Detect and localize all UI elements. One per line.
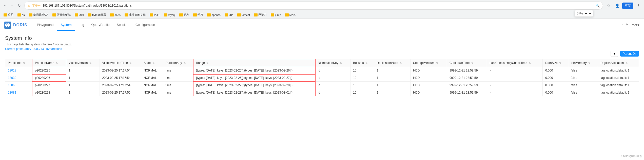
bookmark-label: 学习 — [198, 13, 203, 17]
nav-log[interactable]: Log — [75, 19, 88, 31]
bookmark-xuexi[interactable]: 学习 — [192, 12, 205, 17]
cell-replicaAllocation: tag.location.default: 1 — [598, 67, 639, 74]
col-header-state[interactable]: State ⇅ — [141, 59, 163, 67]
bookmark-doris[interactable]: doris — [109, 13, 122, 17]
cell-isInMemory: false — [568, 89, 598, 96]
col-header-buckets[interactable]: Buckets ⇅ — [350, 59, 374, 67]
col-header-isinmemory[interactable]: IsInMemory ⇅ — [568, 59, 598, 67]
refresh-button[interactable]: ↻ — [16, 3, 22, 9]
bookmark-icon[interactable]: ☆ — [605, 2, 612, 9]
cell-lastConsistencyCheckTime: - — [487, 89, 543, 96]
bookmark-huarun[interactable]: 华润置地OA — [27, 12, 50, 17]
bookmark-jump[interactable]: jump — [269, 13, 283, 17]
nav-playground[interactable]: Playground — [33, 19, 57, 31]
cell-state: NORMAL — [141, 82, 163, 89]
cell-partitionId[interactable]: 13060 — [5, 82, 32, 89]
col-header-replicaallocation[interactable]: ReplicaAllocation ⇅ — [598, 59, 639, 67]
logo-text: DORIS — [13, 23, 27, 27]
cell-state: NORMAL — [141, 89, 163, 96]
nav-configuration[interactable]: Configuration — [132, 19, 159, 31]
cell-cooldownTime: 9999-12-31 23:59:59 — [447, 82, 487, 89]
bookmark-label: doris — [114, 13, 121, 16]
bookmark-label: VUE — [154, 13, 160, 16]
cell-isInMemory: false — [568, 74, 598, 82]
folder-icon — [75, 13, 78, 16]
bookmark-redis[interactable]: redis — [284, 13, 297, 17]
cell-partitionId[interactable]: 13039 — [5, 74, 32, 82]
col-header-storagemedium[interactable]: StorageMedium ⇅ — [411, 59, 447, 67]
parent-dir-button[interactable]: Parent Dir — [620, 51, 639, 57]
cell-visibleVersion: 1 — [66, 82, 100, 89]
col-header-partitionname[interactable]: PartitionName ⇅ — [32, 59, 66, 67]
table-toolbar: ▼ Parent Dir — [5, 51, 639, 57]
cell-visibleVersion: 1 — [66, 74, 100, 82]
col-header-range[interactable]: Range ⇅ — [193, 59, 315, 67]
bookmark-yixuexi[interactable]: 已学习 — [252, 12, 268, 17]
folder-icon — [179, 13, 183, 16]
bookmark-python[interactable]: python部署 — [86, 12, 108, 17]
col-header-partitionkey[interactable]: PartitionKey ⇅ — [163, 59, 193, 67]
bookmark-mysql[interactable]: mysql — [162, 13, 177, 17]
filter-button[interactable]: ▼ — [611, 51, 618, 57]
table-row: 13018p2023022512023-02-25 17:17:54NORMAL… — [5, 67, 639, 74]
bookmark-label: mysql — [168, 13, 175, 16]
zoom-increase-button[interactable]: + — [589, 11, 591, 15]
nav-queryprofile[interactable]: QueryProfile — [88, 19, 113, 31]
bookmark-vue[interactable]: VUE — [148, 13, 161, 17]
cell-storageMedium: HDD — [411, 67, 447, 74]
bookmark-gongsi[interactable]: 公司 — [2, 12, 15, 17]
profile-icon[interactable]: 👤 — [614, 2, 621, 9]
folder-icon — [29, 13, 32, 16]
nav-session[interactable]: Session — [113, 19, 132, 31]
col-header-cooldowntime[interactable]: CooldownTime ⇅ — [447, 59, 487, 67]
bookmark-openss[interactable]: openss — [206, 13, 222, 17]
cell-range: {types: [DATE]; keys: [2023-02-27]};{typ… — [193, 82, 315, 89]
cell-buckets: 10 — [350, 89, 374, 96]
col-header-distributionkey[interactable]: DistributionKey ⇅ — [315, 59, 350, 67]
language-selector[interactable]: 中文 — [622, 23, 629, 27]
cell-partitionId[interactable]: 13081 — [5, 89, 32, 96]
cell-state: NORMAL — [141, 67, 163, 74]
bookmark-label: 非常好的文章 — [129, 13, 146, 17]
cell-range: {types: [DATE]; keys: [2023-02-26]};{typ… — [193, 74, 315, 82]
back-button[interactable]: ← — [2, 3, 8, 9]
col-header-datasize[interactable]: DataSize ⇅ — [543, 59, 568, 67]
cell-buckets: 10 — [350, 67, 374, 74]
cell-storageMedium: HDD — [411, 74, 447, 82]
cell-visibleVersionTime: 2023-02-25 17:17:55 — [100, 89, 141, 96]
update-button[interactable]: 更新 — [622, 3, 633, 9]
nav-system[interactable]: System — [57, 19, 75, 31]
folder-icon — [193, 13, 197, 16]
menu-icon[interactable]: ⋮ — [635, 2, 642, 9]
bookmark-label: python部署 — [92, 13, 106, 17]
address-bar[interactable]: ⚠ 不安全 192.168.187.101:8030/System?path=/… — [24, 2, 603, 10]
cell-storageMedium: HDD — [411, 82, 447, 89]
col-header-partitionid[interactable]: PartitionId ⇅ — [5, 59, 32, 67]
cell-range: {types: [DATE]; keys: [2023-02-28]};{typ… — [193, 89, 315, 96]
cell-replicaAllocation: tag.location.default: 1 — [598, 89, 639, 96]
cell-partitionId[interactable]: 13018 — [5, 67, 32, 74]
bookmark-ktctl[interactable]: ktctl — [73, 13, 86, 17]
bookmark-es[interactable]: es — [16, 13, 26, 17]
forward-button[interactable]: → — [9, 3, 15, 9]
cell-dataSize: 0.000 — [543, 67, 568, 74]
cell-replicaAllocation: tag.location.default: 1 — [598, 74, 639, 82]
col-header-lastconsistencychecktime[interactable]: LastConsistencyCheckTime ⇅ — [487, 59, 543, 67]
current-path-link[interactable]: Current path: //dbs/13003/13016/partitio… — [5, 47, 62, 51]
bookmark-label: openss — [211, 13, 220, 16]
bookmark-yanfa[interactable]: 研发 — [178, 12, 191, 17]
bookmark-xibuhq[interactable]: 西部华侨城 — [51, 12, 72, 17]
warning-text: 不安全 — [32, 4, 41, 8]
browser-chrome: ← → ↻ ⚠ 不安全 192.168.187.101:8030/System?… — [0, 0, 644, 19]
col-header-visibleversion[interactable]: VisibleVersion ⇅ — [66, 59, 100, 67]
col-header-visibleversiontime[interactable]: VisibleVersionTime ⇅ — [100, 59, 141, 67]
bookmark-k8s[interactable]: k8s — [223, 13, 235, 17]
bookmark-tomcat[interactable]: tomcat — [236, 13, 251, 17]
bookmark-articles[interactable]: 非常好的文章 — [123, 12, 147, 17]
cell-visibleVersion: 1 — [66, 67, 100, 74]
col-header-replicationnum[interactable]: ReplicationNum ⇅ — [374, 59, 411, 67]
zoom-decrease-button[interactable]: − — [585, 11, 587, 15]
cell-dataSize: 0.000 — [543, 89, 568, 96]
cell-partitionName: p20230227 — [32, 82, 66, 89]
user-menu[interactable]: root▼ — [632, 23, 640, 27]
